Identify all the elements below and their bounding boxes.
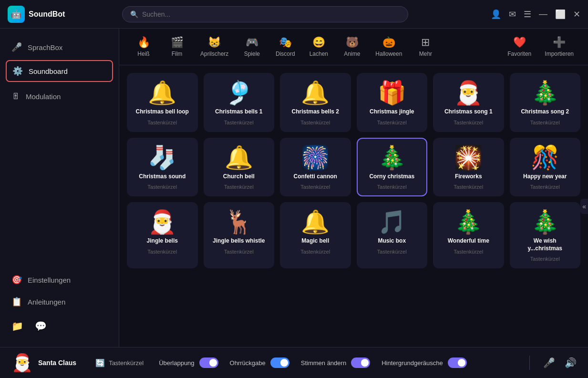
menu-icon[interactable]: ☰ [524, 9, 531, 20]
hintergrund-toggle[interactable] [448, 358, 467, 368]
sound-card-christmas-bell-loop[interactable]: 🔔 Christmas bell loop Tastenkürzel [127, 73, 198, 132]
sound-shortcut-8: Tastenkürzel [300, 184, 330, 190]
sound-card-jingle-bells-whistle[interactable]: 🦌 Jingle bells whistle Tastenkürzel [204, 202, 275, 268]
cat-label-anime: Anime [344, 51, 360, 57]
search-input[interactable] [142, 10, 400, 18]
minimize-icon[interactable]: — [539, 9, 547, 19]
laugh-icon: 😄 [312, 36, 325, 49]
games-icon: 🎮 [246, 36, 258, 49]
sound-icon-11: 🎊 [531, 146, 559, 169]
sidebar-item-sprachbox[interactable]: 🎤 SprachBox [0, 36, 119, 58]
settings-icon: 🎯 [11, 275, 22, 285]
header-actions: 👤 ✉ ☰ — ⬜ ✕ [491, 9, 580, 20]
cat-halloween[interactable]: 🎃 Halloween [369, 33, 409, 60]
sound-name-10: Fireworks [455, 173, 482, 181]
header: 🤖 SoundBot 🔍 👤 ✉ ☰ — ⬜ ✕ [0, 0, 588, 29]
fire-icon: 🔥 [137, 36, 150, 49]
profile-name: Santa Claus [38, 359, 76, 367]
sound-shortcut-6: Tastenkürzel [147, 184, 177, 190]
sound-name-8: Confetti cannon [294, 173, 337, 181]
sound-name-12: Jingle bells [147, 237, 178, 245]
search-icon: 🔍 [130, 10, 138, 18]
uberlappung-toggle[interactable] [199, 358, 218, 368]
bottom-icons: 🎤 🔊 [526, 356, 577, 370]
close-icon[interactable]: ✕ [573, 9, 580, 20]
sound-card-christmas-bells-1[interactable]: 🎐 Christmas bells 1 Tastenkürzel [204, 73, 275, 132]
sound-card-christmas-song-1[interactable]: 🎅 Christmas song 1 Tastenkürzel [433, 73, 504, 132]
sound-icon-16: 🎄 [454, 211, 483, 234]
sound-name-17: We wish y...christmas [516, 237, 574, 252]
sound-icon-13: 🦌 [225, 211, 253, 234]
sound-card-christmas-song-2[interactable]: 🎄 Christmas song 2 Tastenkürzel [510, 73, 581, 132]
mail-icon[interactable]: ✉ [509, 9, 516, 20]
sound-name-7: Church bell [223, 173, 255, 181]
sound-name-1: Christmas bells 1 [215, 108, 262, 116]
cat-importieren[interactable]: ➕ Importieren [538, 33, 580, 60]
sound-card-confetti-cannon[interactable]: 🎆 Confetti cannon Tastenkürzel [280, 138, 351, 197]
cat-aprilscherz[interactable]: 😸 Aprilscherz [194, 33, 235, 60]
sidebar-label-einstellungen: Einstellungen [28, 276, 71, 284]
sound-card-wonderful-time[interactable]: 🎄 Wonderful time Tastenkürzel [433, 202, 504, 268]
plus-icon: ➕ [553, 36, 566, 49]
chat-icon[interactable]: 💬 [35, 320, 47, 332]
sound-icon-3: 🎁 [378, 82, 406, 104]
uberlappung-label: Überlappung [159, 359, 194, 367]
sound-grid-wrapper: 🔔 Christmas bell loop Tastenkürzel 🎐 Chr… [119, 65, 588, 347]
cat-spiele[interactable]: 🎮 Spiele [235, 33, 268, 60]
microphone-bottom-icon[interactable]: 🎤 [543, 357, 555, 368]
sound-card-fireworks[interactable]: 🎇 Fireworks Tastenkürzel [433, 138, 504, 197]
sound-card-corny-christmas[interactable]: 🎄 Corny christmas Tastenkürzel [357, 138, 428, 197]
guide-icon: 📋 [11, 296, 22, 307]
sound-card-christmas-bells-2[interactable]: 🔔 Christmas bells 2 Tastenkürzel [280, 73, 351, 132]
sound-icon-10: 🎇 [454, 146, 483, 169]
user-icon[interactable]: 👤 [491, 9, 501, 20]
cat-anime[interactable]: 🐻 Anime [335, 33, 369, 60]
main-layout: 🎤 SprachBox ⚙️ Soundboard 🎚 Modulation 🎯… [0, 29, 588, 347]
collapse-panel-button[interactable]: « [580, 199, 588, 214]
sound-name-16: Wonderful time [448, 237, 489, 245]
sidebar-item-soundboard[interactable]: ⚙️ Soundboard [6, 60, 113, 82]
sidebar-item-modulation[interactable]: 🎚 Modulation [0, 86, 119, 107]
sound-icon-14: 🔔 [301, 211, 330, 234]
sound-card-music-box[interactable]: 🎵 Music box Tastenkürzel [357, 202, 428, 268]
sound-shortcut-1: Tastenkürzel [224, 120, 254, 125]
sound-card-happy-new-year[interactable]: 🎊 Happy new year Tastenkürzel [510, 138, 581, 197]
folder-icon[interactable]: 📁 [11, 320, 23, 332]
cat-heiss[interactable]: 🔥 Heiß [127, 33, 160, 60]
ohrruckgabe-toggle[interactable] [270, 358, 289, 368]
cat-label-film: Film [172, 51, 183, 57]
sidebar-item-einstellungen[interactable]: 🎯 Einstellungen [0, 269, 119, 291]
sidebar-label-anleitungen: Anleitungen [28, 298, 65, 306]
cat-label-mehr: Mehr [419, 51, 432, 57]
shortcut-area[interactable]: 🔄 Tastenkürzel [95, 358, 144, 368]
toggle-stimmen: Stimmen ändern [301, 358, 370, 368]
stimmen-toggle[interactable] [351, 358, 370, 368]
speaker-icon[interactable]: 🔊 [565, 357, 577, 368]
logo-area: 🤖 SoundBot [8, 6, 122, 23]
sound-card-jingle-bells[interactable]: 🎅 Jingle bells Tastenkürzel [127, 202, 198, 268]
cat-discord[interactable]: 🎭 Discord [268, 33, 302, 60]
cat-favoriten[interactable]: ❤️ Favoriten [501, 33, 538, 60]
cat-film[interactable]: 🎬 Film [160, 33, 194, 60]
hintergrund-label: Hintergrundgeräusche [382, 359, 443, 367]
maximize-icon[interactable]: ⬜ [555, 9, 566, 20]
soundboard-icon: ⚙️ [12, 66, 23, 76]
cat-label-aprilscherz: Aprilscherz [200, 51, 228, 57]
sound-card-magic-bell[interactable]: 🔔 Magic bell Tastenkürzel [280, 202, 351, 268]
sound-card-we-wish-christmas[interactable]: 🎄 We wish y...christmas Tastenkürzel [510, 202, 581, 268]
toggle-hintergrund: Hintergrundgeräusche [382, 358, 467, 368]
sound-shortcut-17: Tastenkürzel [530, 256, 560, 262]
refresh-icon: 🔄 [95, 358, 105, 368]
cat-lachen[interactable]: 😄 Lachen [302, 33, 335, 60]
sound-card-church-bell[interactable]: 🔔 Church bell Tastenkürzel [204, 138, 275, 197]
sound-name-9: Corny christmas [369, 173, 414, 181]
sound-shortcut-13: Tastenkürzel [224, 249, 254, 255]
cat-label-favoriten: Favoriten [507, 51, 531, 57]
sound-card-christmas-jingle[interactable]: 🎁 Christmas jingle Tastenkürzel [357, 73, 428, 132]
divider [529, 356, 530, 370]
cat-mehr[interactable]: ⊞ Mehr [409, 33, 442, 60]
search-bar[interactable]: 🔍 [122, 6, 408, 22]
sound-shortcut-7: Tastenkürzel [224, 184, 254, 190]
sound-card-christmas-sound[interactable]: 🧦 Christmas sound Tastenkürzel [127, 138, 198, 197]
sidebar-item-anleitungen[interactable]: 📋 Anleitungen [0, 291, 119, 313]
